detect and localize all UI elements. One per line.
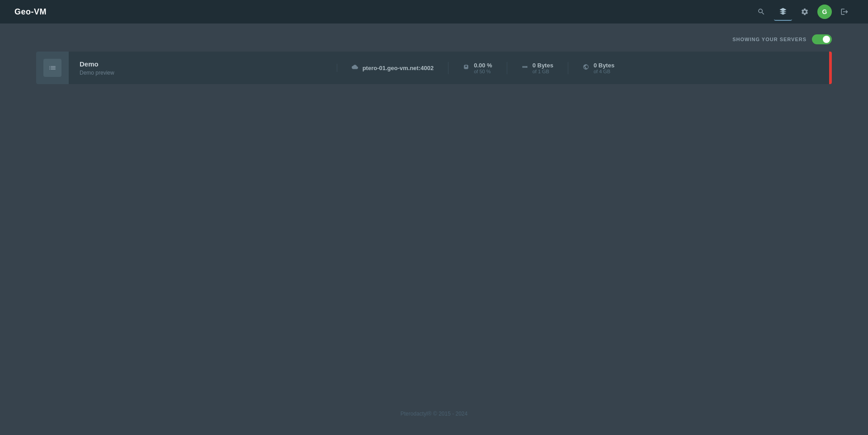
gear-icon — [801, 8, 809, 16]
ram-block: 0 Bytes of 1 GB — [507, 62, 568, 74]
layers-icon — [779, 7, 787, 15]
toggle-slider — [812, 34, 832, 44]
list-icon — [48, 64, 57, 72]
footer: Pterodactyl® © 2015 - 2024 — [0, 411, 868, 417]
server-address-text: ptero-01.geo-vm.net:4002 — [363, 65, 434, 71]
logout-button[interactable] — [835, 3, 854, 21]
main-content: SHOWING YOUR SERVERS Demo Demo preview — [0, 24, 868, 95]
server-description: Demo preview — [80, 70, 326, 76]
search-icon — [757, 8, 765, 16]
disk-limit: of 4 GB — [594, 69, 614, 74]
disk-icon — [583, 64, 589, 72]
ram-text: 0 Bytes of 1 GB — [533, 62, 553, 74]
app-title: Geo-VM — [14, 7, 47, 17]
settings-button[interactable] — [796, 3, 814, 21]
avatar-initial: G — [822, 8, 827, 15]
toggle-row: SHOWING YOUR SERVERS — [0, 34, 868, 44]
disk-text: 0 Bytes of 4 GB — [594, 62, 614, 74]
server-address-value: ptero-01.geo-vm.net:4002 — [363, 65, 434, 71]
server-name: Demo — [80, 60, 326, 68]
showing-servers-toggle[interactable] — [812, 34, 832, 44]
navbar-icons: G — [752, 3, 854, 21]
cpu-limit: of 50 % — [474, 69, 492, 74]
toggle-label: SHOWING YOUR SERVERS — [732, 37, 807, 42]
search-button[interactable] — [752, 3, 770, 21]
logout-icon — [840, 8, 849, 16]
cloud-icon — [352, 64, 358, 72]
disk-value: 0 Bytes — [594, 62, 614, 69]
ram-icon — [522, 64, 528, 72]
server-icon-area — [36, 52, 69, 84]
navbar: Geo-VM G — [0, 0, 868, 24]
servers-list: Demo Demo preview ptero-01.geo-vm.net:40… — [0, 52, 868, 84]
ram-value: 0 Bytes — [533, 62, 553, 69]
ram-limit: of 1 GB — [533, 69, 553, 74]
server-stats: ptero-01.geo-vm.net:4002 0.00 % of 50 % — [337, 62, 829, 74]
servers-button[interactable] — [774, 3, 792, 21]
cpu-icon — [463, 64, 469, 72]
cpu-block: 0.00 % of 50 % — [448, 62, 506, 74]
footer-text: Pterodactyl® © 2015 - 2024 — [401, 411, 467, 417]
server-status-bar — [829, 52, 832, 84]
disk-block: 0 Bytes of 4 GB — [568, 62, 629, 74]
avatar-button[interactable]: G — [817, 5, 832, 19]
server-icon — [43, 59, 61, 77]
cpu-text: 0.00 % of 50 % — [474, 62, 492, 74]
cpu-value: 0.00 % — [474, 62, 492, 69]
server-info: Demo Demo preview — [69, 60, 337, 76]
server-address-block: ptero-01.geo-vm.net:4002 — [337, 64, 448, 72]
server-card[interactable]: Demo Demo preview ptero-01.geo-vm.net:40… — [36, 52, 832, 84]
